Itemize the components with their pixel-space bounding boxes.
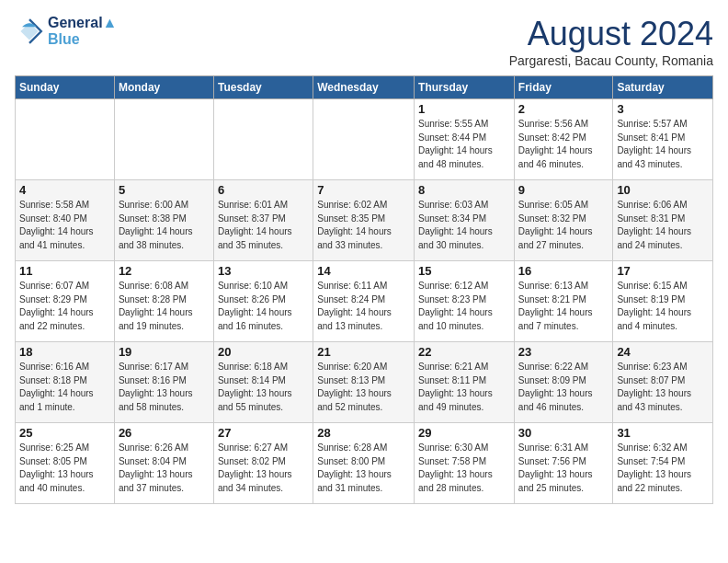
day-info: Sunrise: 6:32 AM Sunset: 7:54 PM Dayligh…: [617, 442, 709, 495]
weekday-header-thursday: Thursday: [415, 76, 515, 99]
day-info: Sunrise: 6:08 AM Sunset: 8:28 PM Dayligh…: [119, 280, 210, 333]
day-info: Sunrise: 6:11 AM Sunset: 8:24 PM Dayligh…: [317, 280, 410, 333]
calendar-cell: [16, 99, 115, 180]
calendar-cell: 21Sunrise: 6:20 AM Sunset: 8:13 PM Dayli…: [313, 342, 415, 423]
week-row-1: 1Sunrise: 5:55 AM Sunset: 8:44 PM Daylig…: [16, 99, 713, 180]
day-number: 18: [19, 345, 110, 359]
calendar-cell: 15Sunrise: 6:12 AM Sunset: 8:23 PM Dayli…: [415, 261, 515, 342]
month-title: August 2024: [509, 15, 713, 53]
day-info: Sunrise: 6:15 AM Sunset: 8:19 PM Dayligh…: [617, 280, 709, 333]
day-number: 7: [317, 183, 410, 197]
day-number: 9: [518, 183, 609, 197]
calendar-cell: [114, 99, 213, 180]
page-header: General▲ Blue August 2024 Pargaresti, Ba…: [15, 15, 713, 68]
day-info: Sunrise: 6:31 AM Sunset: 7:56 PM Dayligh…: [518, 442, 609, 495]
day-number: 24: [617, 345, 709, 359]
day-info: Sunrise: 6:23 AM Sunset: 8:07 PM Dayligh…: [617, 361, 709, 414]
day-number: 21: [317, 345, 410, 359]
day-number: 17: [617, 264, 709, 278]
weekday-header-monday: Monday: [114, 76, 213, 99]
calendar-cell: 5Sunrise: 6:00 AM Sunset: 8:38 PM Daylig…: [114, 180, 213, 261]
calendar-cell: 23Sunrise: 6:22 AM Sunset: 8:09 PM Dayli…: [514, 342, 613, 423]
day-info: Sunrise: 6:25 AM Sunset: 8:05 PM Dayligh…: [19, 442, 110, 495]
calendar-cell: 3Sunrise: 5:57 AM Sunset: 8:41 PM Daylig…: [613, 99, 713, 180]
calendar-cell: 2Sunrise: 5:56 AM Sunset: 8:42 PM Daylig…: [514, 99, 613, 180]
day-number: 27: [218, 426, 309, 440]
calendar-cell: 28Sunrise: 6:28 AM Sunset: 8:00 PM Dayli…: [313, 423, 415, 504]
day-info: Sunrise: 6:00 AM Sunset: 8:38 PM Dayligh…: [119, 199, 210, 252]
day-number: 30: [518, 426, 609, 440]
calendar-cell: 13Sunrise: 6:10 AM Sunset: 8:26 PM Dayli…: [213, 261, 313, 342]
week-row-3: 11Sunrise: 6:07 AM Sunset: 8:29 PM Dayli…: [16, 261, 713, 342]
day-number: 23: [518, 345, 609, 359]
calendar-cell: 19Sunrise: 6:17 AM Sunset: 8:16 PM Dayli…: [114, 342, 213, 423]
day-info: Sunrise: 5:56 AM Sunset: 8:42 PM Dayligh…: [518, 118, 609, 171]
day-number: 28: [317, 426, 410, 440]
calendar-cell: 22Sunrise: 6:21 AM Sunset: 8:11 PM Dayli…: [415, 342, 515, 423]
day-number: 13: [218, 264, 309, 278]
day-info: Sunrise: 6:27 AM Sunset: 8:02 PM Dayligh…: [218, 442, 309, 495]
day-number: 2: [518, 102, 609, 116]
day-info: Sunrise: 6:01 AM Sunset: 8:37 PM Dayligh…: [218, 199, 309, 252]
calendar-cell: 9Sunrise: 6:05 AM Sunset: 8:32 PM Daylig…: [514, 180, 613, 261]
logo-icon: [15, 17, 44, 46]
calendar-cell: 27Sunrise: 6:27 AM Sunset: 8:02 PM Dayli…: [213, 423, 313, 504]
day-number: 6: [218, 183, 309, 197]
day-info: Sunrise: 5:58 AM Sunset: 8:40 PM Dayligh…: [19, 199, 110, 252]
day-number: 31: [617, 426, 709, 440]
calendar-cell: 8Sunrise: 6:03 AM Sunset: 8:34 PM Daylig…: [415, 180, 515, 261]
calendar-cell: 16Sunrise: 6:13 AM Sunset: 8:21 PM Dayli…: [514, 261, 613, 342]
day-number: 14: [317, 264, 410, 278]
calendar-cell: 31Sunrise: 6:32 AM Sunset: 7:54 PM Dayli…: [613, 423, 713, 504]
day-info: Sunrise: 6:16 AM Sunset: 8:18 PM Dayligh…: [19, 361, 110, 414]
day-info: Sunrise: 6:02 AM Sunset: 8:35 PM Dayligh…: [317, 199, 410, 252]
calendar-cell: 11Sunrise: 6:07 AM Sunset: 8:29 PM Dayli…: [16, 261, 115, 342]
day-number: 1: [418, 102, 510, 116]
day-number: 12: [119, 264, 210, 278]
logo: General▲ Blue: [15, 15, 117, 48]
week-row-5: 25Sunrise: 6:25 AM Sunset: 8:05 PM Dayli…: [16, 423, 713, 504]
calendar-cell: 26Sunrise: 6:26 AM Sunset: 8:04 PM Dayli…: [114, 423, 213, 504]
calendar-cell: 24Sunrise: 6:23 AM Sunset: 8:07 PM Dayli…: [613, 342, 713, 423]
day-info: Sunrise: 6:26 AM Sunset: 8:04 PM Dayligh…: [119, 442, 210, 495]
calendar-cell: 4Sunrise: 5:58 AM Sunset: 8:40 PM Daylig…: [16, 180, 115, 261]
day-number: 10: [617, 183, 709, 197]
day-info: Sunrise: 6:22 AM Sunset: 8:09 PM Dayligh…: [518, 361, 609, 414]
day-info: Sunrise: 6:28 AM Sunset: 8:00 PM Dayligh…: [317, 442, 410, 495]
day-info: Sunrise: 6:06 AM Sunset: 8:31 PM Dayligh…: [617, 199, 709, 252]
day-number: 8: [418, 183, 510, 197]
logo-text: General▲ Blue: [48, 15, 117, 48]
calendar-cell: 25Sunrise: 6:25 AM Sunset: 8:05 PM Dayli…: [16, 423, 115, 504]
weekday-header-row: SundayMondayTuesdayWednesdayThursdayFrid…: [16, 76, 713, 99]
day-number: 22: [418, 345, 510, 359]
calendar-cell: 1Sunrise: 5:55 AM Sunset: 8:44 PM Daylig…: [415, 99, 515, 180]
day-info: Sunrise: 6:30 AM Sunset: 7:58 PM Dayligh…: [418, 442, 510, 495]
day-number: 29: [418, 426, 510, 440]
day-info: Sunrise: 6:21 AM Sunset: 8:11 PM Dayligh…: [418, 361, 510, 414]
calendar-cell: 17Sunrise: 6:15 AM Sunset: 8:19 PM Dayli…: [613, 261, 713, 342]
weekday-header-wednesday: Wednesday: [313, 76, 415, 99]
day-info: Sunrise: 6:18 AM Sunset: 8:14 PM Dayligh…: [218, 361, 309, 414]
week-row-2: 4Sunrise: 5:58 AM Sunset: 8:40 PM Daylig…: [16, 180, 713, 261]
calendar-cell: 7Sunrise: 6:02 AM Sunset: 8:35 PM Daylig…: [313, 180, 415, 261]
day-info: Sunrise: 6:05 AM Sunset: 8:32 PM Dayligh…: [518, 199, 609, 252]
calendar-cell: 18Sunrise: 6:16 AM Sunset: 8:18 PM Dayli…: [16, 342, 115, 423]
week-row-4: 18Sunrise: 6:16 AM Sunset: 8:18 PM Dayli…: [16, 342, 713, 423]
day-number: 20: [218, 345, 309, 359]
calendar-cell: 10Sunrise: 6:06 AM Sunset: 8:31 PM Dayli…: [613, 180, 713, 261]
day-number: 25: [19, 426, 110, 440]
title-block: August 2024 Pargaresti, Bacau County, Ro…: [509, 15, 713, 68]
location: Pargaresti, Bacau County, Romania: [509, 53, 713, 68]
day-number: 26: [119, 426, 210, 440]
calendar-cell: 12Sunrise: 6:08 AM Sunset: 8:28 PM Dayli…: [114, 261, 213, 342]
weekday-header-sunday: Sunday: [16, 76, 115, 99]
calendar-cell: [313, 99, 415, 180]
day-info: Sunrise: 6:17 AM Sunset: 8:16 PM Dayligh…: [119, 361, 210, 414]
day-info: Sunrise: 6:03 AM Sunset: 8:34 PM Dayligh…: [418, 199, 510, 252]
day-number: 3: [617, 102, 709, 116]
day-number: 4: [19, 183, 110, 197]
day-info: Sunrise: 6:10 AM Sunset: 8:26 PM Dayligh…: [218, 280, 309, 333]
day-info: Sunrise: 6:13 AM Sunset: 8:21 PM Dayligh…: [518, 280, 609, 333]
day-info: Sunrise: 6:20 AM Sunset: 8:13 PM Dayligh…: [317, 361, 410, 414]
day-info: Sunrise: 6:07 AM Sunset: 8:29 PM Dayligh…: [19, 280, 110, 333]
